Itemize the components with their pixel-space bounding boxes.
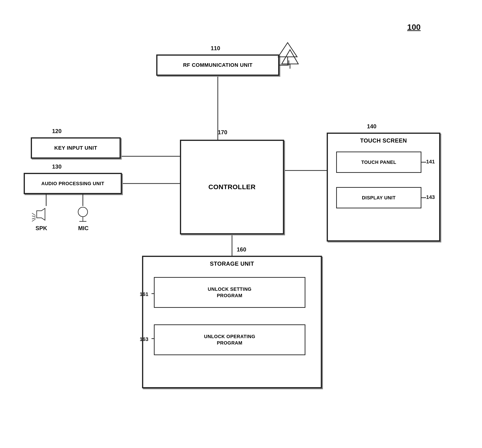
- unlock-operating-box: UNLOCK OPERATING PROGRAM: [154, 324, 305, 355]
- storage-unit-id: 160: [237, 246, 246, 253]
- unlock-setting-line2: PROGRAM: [217, 293, 242, 298]
- unlock-operating-line1: UNLOCK OPERATING: [204, 334, 255, 339]
- diagram-title: 100: [407, 23, 421, 32]
- unlock-setting-box: UNLOCK SETTING PROGRAM: [154, 277, 305, 308]
- svg-marker-10: [37, 208, 45, 220]
- svg-line-13: [32, 216, 36, 217]
- speaker-icon: [31, 206, 50, 223]
- touch-panel-id: 141: [426, 159, 435, 165]
- key-input-label: KEY INPUT UNIT: [54, 145, 97, 151]
- mic-icon: [76, 206, 90, 223]
- svg-line-14: [32, 213, 36, 216]
- unlock-setting-line1: UNLOCK SETTING: [208, 287, 252, 292]
- unlock-operating-line2: PROGRAM: [217, 340, 242, 346]
- key-input-unit: KEY INPUT UNIT: [31, 137, 121, 159]
- display-unit-id: 143: [426, 194, 435, 200]
- storage-unit-box: STORAGE UNIT: [142, 256, 322, 388]
- rf-unit-id: 110: [211, 45, 220, 52]
- touch-screen-label: TOUCH SCREEN: [360, 137, 407, 144]
- unlock-operating-id: 163: [140, 336, 149, 342]
- touch-panel-label: TOUCH PANEL: [361, 160, 396, 165]
- audio-processing-unit: AUDIO PROCESSING UNIT: [24, 173, 122, 194]
- svg-marker-24: [278, 43, 297, 57]
- display-unit-box: DISPLAY UNIT: [336, 187, 421, 208]
- spk-label: SPK: [36, 225, 47, 232]
- unlock-setting-id: 161: [140, 291, 149, 297]
- controller-label: CONTROLLER: [208, 183, 255, 191]
- antenna-triangle: [277, 41, 298, 60]
- rf-unit-label: RF COMMUNICATION UNIT: [183, 62, 253, 68]
- touch-screen-id: 140: [367, 123, 376, 130]
- mic-label: MIC: [78, 225, 88, 232]
- rf-communication-unit: RF COMMUNICATION UNIT: [156, 55, 279, 76]
- svg-line-11: [32, 219, 36, 221]
- controller-id: 170: [218, 129, 227, 136]
- key-input-id: 120: [52, 128, 62, 135]
- controller-box: CONTROLLER: [180, 140, 284, 234]
- svg-point-16: [78, 207, 87, 217]
- display-unit-label: DISPLAY UNIT: [362, 195, 396, 200]
- audio-unit-label: AUDIO PROCESSING UNIT: [41, 181, 104, 186]
- storage-unit-label: STORAGE UNIT: [210, 260, 254, 267]
- audio-unit-id: 130: [52, 163, 62, 170]
- touch-panel-box: TOUCH PANEL: [336, 152, 421, 173]
- diagram: 100 110 RF COMMUNICATION UNIT 170 CONTRO…: [0, 0, 482, 448]
- svg-line-12: [32, 218, 36, 219]
